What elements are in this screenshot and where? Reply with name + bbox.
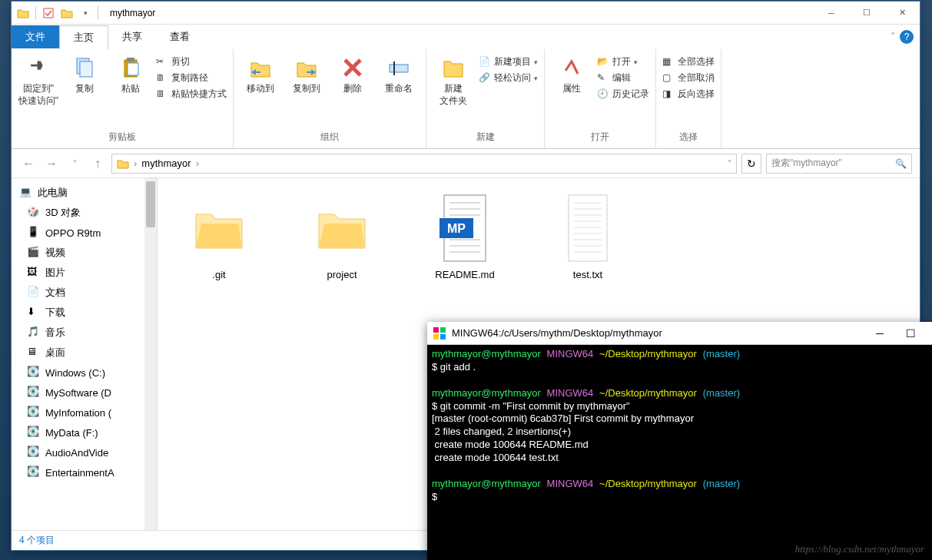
tab-view[interactable]: 查看 [156, 25, 204, 48]
file-item-project[interactable]: project [303, 194, 380, 280]
history-icon: 🕘 [597, 88, 609, 101]
sidebar-item[interactable]: 🎲3D 对象 [12, 203, 157, 223]
video-icon: 🎬 [27, 246, 41, 260]
chevron-right-icon: › [196, 157, 199, 169]
selectnone-button[interactable]: ▢全部取消 [662, 71, 715, 84]
sidebar-item[interactable]: 🎬视频 [12, 243, 157, 263]
mingw-icon [433, 327, 446, 340]
sidebar-item[interactable]: 📱OPPO R9tm [12, 223, 157, 243]
folder-icon[interactable] [15, 5, 32, 22]
easyaccess-button[interactable]: 🔗轻松访问 ▾ [479, 71, 538, 84]
desktop-icon: 🖥 [27, 346, 41, 360]
paste-icon [118, 55, 143, 80]
pasteshortcut-button[interactable]: 🗏粘贴快捷方式 [156, 88, 227, 101]
ribbon-tabs: 文件 主页 共享 查看 ˄ ? [12, 25, 920, 49]
easyaccess-icon: 🔗 [479, 72, 491, 84]
invert-button[interactable]: ◨反向选择 [662, 88, 715, 101]
pictures-icon: 🖼 [27, 266, 41, 280]
moveto-button[interactable]: 移动到 [240, 52, 281, 95]
folder2-icon[interactable] [58, 5, 75, 22]
search-input[interactable]: 搜索"mythmayor" 🔍 [766, 154, 912, 174]
invert-icon: ◨ [662, 88, 675, 101]
minimize-button[interactable]: ─ [864, 322, 895, 345]
pin-icon [26, 55, 51, 80]
tab-file[interactable]: 文件 [12, 25, 59, 48]
properties-icon [559, 55, 584, 80]
sidebar-item[interactable]: 💽MySoftware (D [12, 383, 157, 403]
address-input[interactable]: › mythmayor › ˅ [111, 154, 737, 174]
separator [35, 6, 36, 20]
help-icon[interactable]: ? [900, 30, 914, 44]
copyto-button[interactable]: 复制到 [286, 52, 327, 95]
address-bar: ← → ˅ ↑ › mythmayor › ˅ ↻ 搜索"mythmayor" … [12, 149, 920, 178]
phone-icon: 📱 [27, 226, 41, 240]
back-button[interactable]: ← [19, 154, 38, 173]
newitem-button[interactable]: 📄新建项目 ▾ [479, 55, 538, 68]
ribbon: 固定到" 快速访问" 复制 粘贴 ✂剪切 🗎复制路径 🗏粘贴快捷方式 剪贴板 [12, 49, 920, 149]
copypath-button[interactable]: 🗎复制路径 [156, 71, 227, 84]
sidebar-item[interactable]: 💽EntertainmentA [12, 462, 157, 482]
newfolder-button[interactable]: 新建 文件夹 [433, 52, 474, 107]
svg-rect-29 [433, 334, 439, 340]
dropdown-icon[interactable]: ▾ [77, 5, 94, 22]
rename-button[interactable]: 重命名 [378, 52, 420, 95]
terminal-titlebar: MINGW64:/c/Users/mythm/Desktop/mythmayor… [427, 322, 932, 345]
svg-rect-17 [569, 195, 607, 261]
scrollbar[interactable] [144, 178, 157, 530]
copy-button[interactable]: 复制 [64, 52, 105, 95]
sidebar-item[interactable]: 💽AudioAndVide [12, 442, 157, 462]
separator [98, 6, 98, 20]
refresh-button[interactable]: ↻ [741, 154, 761, 174]
terminal-body[interactable]: mythmayor@mythmayor MINGW64 ~/Desktop/my… [427, 345, 932, 507]
file-item-test[interactable]: test.txt [549, 194, 626, 280]
history-button[interactable]: 🕘历史记录 [597, 88, 649, 101]
sidebar-item[interactable]: 💽MyInfomation ( [12, 403, 157, 422]
minimize-button[interactable]: ─ [814, 2, 849, 25]
scrollbar-thumb[interactable] [146, 181, 155, 227]
cut-button[interactable]: ✂剪切 [156, 55, 227, 68]
up-button[interactable]: ↑ [88, 154, 107, 173]
chevron-up-icon[interactable]: ˄ [891, 31, 895, 42]
folder-icon [117, 158, 129, 169]
edit-button[interactable]: ✎编辑 [597, 71, 649, 84]
sidebar-thispc[interactable]: 💻 此电脑 [12, 183, 157, 203]
newitem-icon: 📄 [479, 56, 491, 68]
search-icon: 🔍 [895, 158, 907, 169]
open-button[interactable]: 📂打开 ▾ [597, 55, 649, 68]
delete-button[interactable]: 删除 [332, 52, 373, 95]
tab-share[interactable]: 共享 [108, 25, 156, 48]
selectall-button[interactable]: ▦全部选择 [662, 55, 715, 68]
path-icon: 🗎 [156, 72, 168, 84]
open-icon: 📂 [597, 56, 609, 68]
breadcrumb-item[interactable]: mythmayor [141, 157, 191, 169]
moveto-icon [248, 55, 273, 80]
forward-button[interactable]: → [42, 154, 61, 173]
sidebar-item[interactable]: 📄文档 [12, 283, 157, 303]
sidebar-item[interactable]: 🖼图片 [12, 263, 157, 283]
maximize-button[interactable]: ☐ [895, 322, 926, 345]
watermark: https://blog.csdn.net/mythmayor [795, 543, 924, 555]
ribbon-group-clipboard: 固定到" 快速访问" 复制 粘贴 ✂剪切 🗎复制路径 🗏粘贴快捷方式 剪贴板 [12, 49, 234, 148]
file-item-readme[interactable]: MP README.md [426, 194, 503, 280]
checkbox-icon[interactable] [40, 5, 57, 22]
sidebar[interactable]: 💻 此电脑 🎲3D 对象 📱OPPO R9tm 🎬视频 🖼图片 📄文档 ⬇下载 … [12, 178, 158, 530]
drive-icon: 💽 [27, 426, 41, 439]
paste-button[interactable]: 粘贴 [110, 52, 151, 95]
sidebar-item[interactable]: 💽MyData (F:) [12, 422, 157, 442]
svg-rect-27 [433, 327, 439, 333]
window-controls: ─ ☐ ✕ [814, 2, 920, 25]
sidebar-item[interactable]: 💽Windows (C:) [12, 363, 157, 383]
file-item-git[interactable]: .git [181, 194, 257, 280]
dropdown-icon[interactable]: ˅ [728, 159, 731, 167]
sidebar-item[interactable]: 🎵音乐 [12, 323, 157, 343]
pin-button[interactable]: 固定到" 快速访问" [18, 52, 59, 107]
close-button[interactable]: ✕ [884, 2, 920, 25]
tab-home[interactable]: 主页 [59, 25, 108, 49]
sidebar-item[interactable]: ⬇下载 [12, 303, 157, 323]
properties-button[interactable]: 属性 [551, 52, 592, 95]
copy-label: 复制 [75, 83, 94, 95]
sidebar-item[interactable]: 🖥桌面 [12, 343, 157, 363]
recent-dropdown[interactable]: ˅ [65, 154, 84, 173]
maximize-button[interactable]: ☐ [849, 2, 884, 25]
selectnone-icon: ▢ [662, 72, 675, 84]
